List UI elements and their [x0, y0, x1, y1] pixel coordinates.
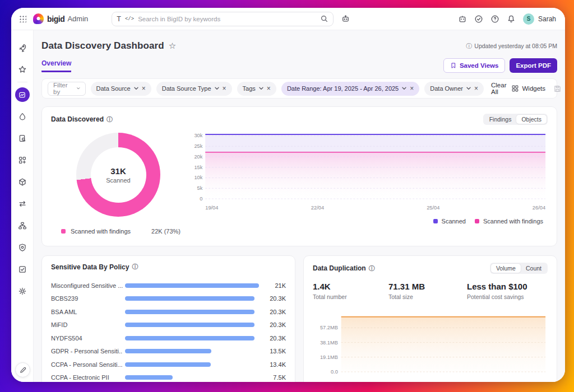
policy-bar: [125, 296, 254, 301]
filter-chip-date-range[interactable]: Date Range: Apr 19, 2025 - Apr 26, 2025 …: [281, 82, 419, 96]
filter-bar: Filter by Data Source × Data Source Type…: [41, 78, 557, 99]
chevron-down-icon[interactable]: [215, 87, 219, 90]
svg-text:10k: 10k: [194, 174, 202, 180]
app-grid-icon[interactable]: [19, 15, 26, 22]
favorite-star-icon[interactable]: ☆: [169, 41, 176, 51]
widgets-icon: [511, 85, 519, 92]
edit-pencil-button[interactable]: [15, 362, 30, 377]
info-icon[interactable]: ⓘ: [132, 263, 138, 271]
policy-bar: [125, 310, 254, 314]
svg-text:57.2MB: 57.2MB: [320, 325, 338, 330]
svg-text:38.1MB: 38.1MB: [320, 339, 338, 345]
chevron-down-icon: [77, 87, 80, 90]
sidebar-item-settings[interactable]: [15, 284, 30, 298]
main-content: Data Discovery Dashboard ☆ ⓘ Updated yes…: [34, 30, 565, 382]
topbar-actions: S Sarah: [458, 13, 556, 25]
toggle-objects[interactable]: Objects: [516, 115, 547, 124]
svg-text:25/04: 25/04: [427, 204, 439, 211]
export-pdf-button[interactable]: Export PDF: [510, 58, 557, 73]
donut-center-value: 31K: [110, 166, 126, 176]
filter-chip-tags[interactable]: Tags ×: [237, 82, 276, 96]
policy-bar-row: BCBS23920.3K: [51, 292, 286, 306]
sensitive-data-by-policy-card: Sensitive Data By Policy ⓘ Misconfigured…: [41, 255, 295, 382]
sidebar-item-actions[interactable]: [15, 262, 30, 277]
data-duplication-card: Data Duplication ⓘ Volume Count 1.4K Tot…: [303, 255, 557, 382]
global-search[interactable]: T </>: [112, 12, 334, 26]
svg-text:19/04: 19/04: [205, 204, 218, 211]
tasks-check-icon[interactable]: [474, 15, 483, 24]
policy-bar-row: Misconfigured Sensitive ...21K: [51, 279, 286, 292]
chevron-down-icon[interactable]: [402, 87, 406, 90]
user-name[interactable]: Sarah: [538, 15, 556, 23]
chevron-down-icon[interactable]: [466, 87, 471, 90]
brand-name: bigid: [47, 15, 64, 24]
filter-chip-data-source[interactable]: Data Source ×: [91, 82, 151, 96]
sidebar-item-favorites[interactable]: [15, 62, 30, 77]
search-input[interactable]: [138, 16, 316, 22]
svg-text:26/04: 26/04: [533, 204, 545, 211]
sidebar-item-data-flows[interactable]: [15, 197, 30, 211]
sidebar-item-inventory[interactable]: [15, 131, 30, 146]
donut-legend: Scanned with findings 22K (73%): [61, 228, 180, 235]
close-icon[interactable]: ×: [142, 85, 146, 92]
sidebar-item-data-map[interactable]: [15, 218, 30, 233]
saved-views-button[interactable]: Saved Views: [443, 58, 505, 73]
code-search-icon[interactable]: </>: [125, 16, 134, 22]
notifications-bell-icon[interactable]: [507, 15, 516, 24]
policy-bar: [125, 375, 173, 380]
svg-text:30k: 30k: [194, 132, 202, 138]
card-title: Data Discovered ⓘ: [51, 115, 113, 124]
toggle-findings[interactable]: Findings: [484, 115, 517, 124]
svg-text:22/04: 22/04: [311, 204, 324, 211]
legend-swatch: [61, 229, 66, 234]
search-icon[interactable]: [320, 15, 328, 23]
toggle-count[interactable]: Count: [521, 264, 547, 273]
left-sidebar: [11, 30, 34, 382]
text-search-icon[interactable]: T: [117, 15, 121, 23]
svg-text:0: 0: [200, 195, 202, 202]
duplication-area-chart: 57.2MB38.1MB19.1MB0.0: [313, 310, 548, 376]
sidebar-item-dashboards[interactable]: [15, 87, 30, 102]
svg-text:5k: 5k: [197, 185, 203, 191]
stat-total-size: 71.31 MB Total size: [388, 282, 467, 300]
help-icon[interactable]: [490, 15, 499, 24]
sidebar-item-data-sources[interactable]: [15, 175, 30, 189]
close-icon[interactable]: ×: [474, 85, 478, 92]
clear-all-button[interactable]: Clear All: [491, 82, 506, 95]
findings-objects-toggle: Findings Objects: [483, 114, 548, 125]
close-icon[interactable]: ×: [410, 85, 414, 92]
automation-bot-icon[interactable]: [458, 15, 467, 24]
data-discovered-card: Data Discovered ⓘ Findings Objects 31K S…: [41, 106, 557, 246]
app-window: bigid Admin T </> S: [11, 8, 565, 382]
info-icon[interactable]: ⓘ: [369, 264, 375, 273]
filter-chip-data-owner[interactable]: Data Owner ×: [424, 82, 484, 96]
user-avatar[interactable]: S: [523, 13, 534, 25]
svg-text:15k: 15k: [194, 164, 202, 170]
info-icon[interactable]: ⓘ: [107, 115, 113, 124]
policy-bar-row: BSA AML20.3K: [51, 305, 286, 319]
toggle-volume[interactable]: Volume: [491, 264, 521, 273]
sidebar-item-catalog[interactable]: [15, 153, 30, 167]
svg-text:20k: 20k: [194, 153, 202, 160]
tab-overview[interactable]: Overview: [41, 59, 71, 72]
close-icon[interactable]: ×: [267, 85, 271, 92]
save-layout-icon[interactable]: [553, 85, 562, 93]
volume-count-toggle: Volume Count: [490, 263, 548, 274]
sidebar-item-classification[interactable]: [15, 109, 30, 124]
sidebar-item-getting-started[interactable]: [15, 40, 30, 55]
sidebar-item-privacy[interactable]: [15, 240, 30, 255]
stat-cost-savings: Less than $100 Potential cost savings: [467, 282, 527, 300]
chevron-down-icon[interactable]: [259, 87, 263, 90]
policy-bar-row: CCPA - Electronic PII7.5K: [51, 371, 286, 382]
widgets-button[interactable]: Widgets: [511, 85, 545, 92]
scanned-donut-chart: 31K Scanned: [76, 133, 160, 217]
legend-swatch-findings: [475, 219, 479, 223]
top-bar: bigid Admin T </> S: [11, 8, 565, 30]
close-icon[interactable]: ×: [223, 85, 226, 92]
filter-by-dropdown[interactable]: Filter by: [48, 82, 86, 96]
policy-bar: [125, 323, 254, 327]
policy-bar-row: NYDFS50420.3K: [51, 332, 286, 345]
filter-chip-data-source-type[interactable]: Data Source Type ×: [156, 82, 232, 96]
ai-assistant-icon[interactable]: [341, 15, 350, 23]
chevron-down-icon[interactable]: [134, 87, 138, 90]
